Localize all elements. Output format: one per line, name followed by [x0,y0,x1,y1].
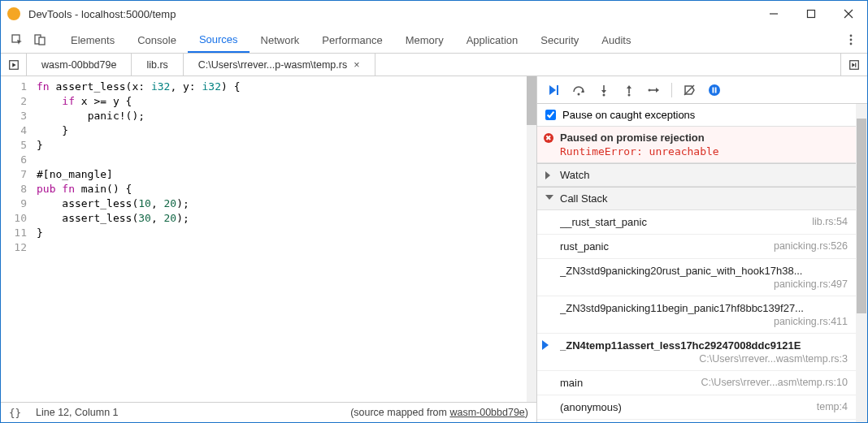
tab-console[interactable]: Console [126,27,188,53]
window-title: DevTools - localhost:5000/temp [28,8,755,20]
svg-point-8 [850,39,853,41]
code-line[interactable]: } [37,138,527,153]
svg-rect-30 [713,87,714,93]
file-tab[interactable]: wasm-00bbd79e [27,54,132,76]
file-tab[interactable]: C:\Users\rrever...p-wasm\temp.rs× [184,54,375,76]
tab-memory[interactable]: Memory [394,27,455,53]
source-code-editor[interactable]: 123456789101112 fn assert_less(x: i32, y… [1,76,536,402]
file-tabbar: wasm-00bbd79elib.rsC:\Users\rrever...p-w… [1,54,867,76]
line-number[interactable]: 12 [1,240,27,255]
callstack-frame[interactable]: rust_panicpanicking.rs:526 [537,235,856,259]
close-icon[interactable]: × [354,59,359,71]
line-number[interactable]: 2 [1,94,27,109]
code-line[interactable]: pub fn main() { [37,182,527,196]
callstack-frame[interactable]: (anonymous)temp:4 [537,395,856,420]
step-into-button[interactable] [592,79,615,101]
frame-location[interactable]: panicking.rs:497 [560,278,848,290]
line-number[interactable]: 4 [1,123,27,138]
navigator-toggle-button[interactable] [1,54,27,76]
pause-on-caught-label: Pause on caught exceptions [562,109,695,121]
frame-location[interactable]: panicking.rs:411 [560,316,848,327]
line-number[interactable]: 9 [1,196,27,211]
step-button[interactable] [643,79,666,101]
pretty-print-button[interactable]: {} [9,407,21,419]
inspect-element-button[interactable] [6,28,28,51]
kebab-menu-button[interactable] [840,28,862,51]
code-line[interactable] [37,240,527,255]
tab-application[interactable]: Application [455,27,530,53]
window-close-button[interactable] [830,1,867,27]
svg-rect-1 [808,11,815,18]
tab-elements[interactable]: Elements [59,27,126,53]
callstack-frame[interactable]: __rust_start_paniclib.rs:54 [537,210,856,235]
cursor-position: Line 12, Column 1 [36,407,118,418]
frame-location[interactable]: C:\Users\rrever...asm\temp.rs:10 [701,377,848,388]
svg-rect-6 [39,37,45,45]
resume-button[interactable] [542,79,565,101]
file-tab[interactable]: lib.rs [132,54,183,76]
window-minimize-button[interactable] [755,1,792,27]
frame-function: _ZN3std9panicking11begin_panic17hf8bbc13… [560,302,848,314]
tab-performance[interactable]: Performance [310,27,393,53]
paused-reason: Paused on promise rejection [560,132,848,144]
tab-security[interactable]: Security [529,27,590,53]
debugger-toolbar [537,76,867,104]
window-maximize-button[interactable] [792,1,830,27]
pause-on-exceptions-button[interactable] [703,79,726,101]
pause-on-caught-checkbox-row[interactable]: Pause on caught exceptions [537,104,856,127]
run-snippet-button[interactable] [841,54,867,76]
svg-rect-31 [715,87,717,93]
line-number[interactable]: 6 [1,153,27,167]
file-tab-label: lib.rs [146,59,167,71]
pause-on-caught-checkbox[interactable] [545,110,556,120]
tab-network[interactable]: Network [250,27,311,53]
line-number[interactable]: 11 [1,226,27,240]
code-line[interactable]: } [37,226,527,240]
frame-function: (anonymous) [560,401,848,413]
line-number[interactable]: 1 [1,80,27,94]
callstack-frame[interactable]: _ZN3std9panicking11begin_panic17hf8bbc13… [537,296,856,334]
frame-location[interactable]: C:\Users\rrever...wasm\temp.rs:3 [560,353,848,365]
deactivate-breakpoints-button[interactable] [678,79,701,101]
tab-audits[interactable]: Audits [590,27,642,53]
line-number[interactable]: 3 [1,109,27,123]
step-over-button[interactable] [567,79,590,101]
editor-scrollbar[interactable] [527,76,536,402]
line-number[interactable]: 10 [1,211,27,226]
device-mode-button[interactable] [28,28,51,51]
file-tab-label: wasm-00bbd79e [41,59,116,71]
svg-point-18 [578,93,580,95]
line-number[interactable]: 5 [1,138,27,153]
code-line[interactable]: panic!(); [37,109,527,123]
frame-location[interactable]: temp:4 [817,401,848,412]
svg-point-9 [850,43,853,45]
app-icon [7,7,20,20]
code-line[interactable]: } [37,123,527,138]
callstack-frame[interactable]: _ZN3std9panicking20rust_panic_with_hook1… [537,259,856,296]
callstack-section-header[interactable]: Call Stack [537,187,856,210]
error-icon: ✖ [544,133,553,143]
line-number[interactable]: 7 [1,167,27,182]
svg-point-24 [628,93,631,96]
tab-sources[interactable]: Sources [188,27,250,53]
code-line[interactable]: assert_less(10, 20); [37,196,527,211]
right-panel-scrollbar[interactable] [856,104,867,422]
code-line[interactable]: fn assert_less(x: i32, y: i32) { [37,80,527,94]
callstack-frame[interactable]: mainC:\Users\rrever...asm\temp.rs:10 [537,371,856,395]
code-line[interactable]: assert_less(30, 20); [37,211,527,226]
paused-status-panel: ✖ Paused on promise rejection RuntimeErr… [537,127,856,163]
devtools-tabbar: ElementsConsoleSourcesNetworkPerformance… [1,27,867,54]
frame-location[interactable]: panicking.rs:526 [774,240,848,252]
source-map-link[interactable]: wasm-00bbd79e [449,407,524,418]
step-out-button[interactable] [618,79,640,101]
frame-location[interactable]: lib.rs:54 [812,216,848,227]
watch-section-header[interactable]: Watch [537,163,856,187]
code-line[interactable]: if x >= y { [37,94,527,109]
callstack-frame[interactable]: _ZN4temp11assert_less17hc29247008ddc9121… [537,334,856,371]
frame-function: _ZN4temp11assert_less17hc29247008ddc9121… [560,339,848,352]
line-number[interactable]: 8 [1,182,27,196]
code-line[interactable] [37,153,527,167]
code-line[interactable]: #[no_mangle] [37,167,527,182]
source-map-info: (source mapped from wasm-00bbd79e) [350,407,528,418]
current-frame-arrow-icon [542,340,549,350]
